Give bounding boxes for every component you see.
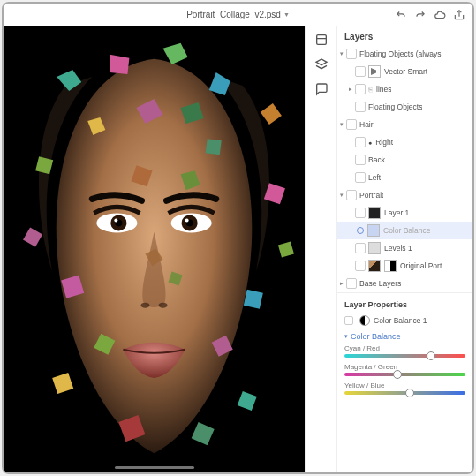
layer-levels1[interactable]: Levels 1 (337, 239, 472, 257)
layer-label: Portrait (359, 191, 383, 200)
layer-group-lines[interactable]: ▸⎘lines (337, 80, 472, 98)
chevron-down-icon[interactable]: ▾ (337, 50, 346, 57)
chevron-right-icon[interactable]: ▸ (337, 280, 346, 287)
layer-color-balance[interactable]: Color Balance (337, 222, 472, 239)
undo-icon[interactable] (395, 9, 407, 21)
slider-yellow-blue[interactable]: Yellow / Blue (337, 380, 472, 398)
slider-track[interactable] (344, 391, 465, 395)
layer-label: lines (376, 85, 391, 94)
chevron-down-icon[interactable]: ▾ (337, 121, 346, 128)
visibility-icon[interactable] (355, 102, 366, 112)
visibility-icon[interactable] (355, 84, 366, 94)
layer-thumb-icon (368, 260, 381, 272)
svg-point-8 (185, 218, 189, 222)
layer-layer1[interactable]: Layer 1 (337, 204, 472, 222)
linked-icon: ⎘ (368, 86, 373, 94)
visibility-icon[interactable] (346, 49, 357, 59)
slider-label: Magenta / Green (344, 363, 465, 371)
adjustment-row[interactable]: Color Balance 1 (337, 313, 472, 329)
adjustment-icon (359, 315, 370, 326)
chevron-down-icon: ▾ (344, 333, 348, 340)
svg-point-9 (140, 303, 149, 308)
layer-group-floating-always[interactable]: ▾Floating Objects (always (337, 45, 472, 63)
layer-label: Back (368, 155, 385, 164)
layer-label: Layer 1 (384, 208, 409, 217)
layer-thumb-icon (368, 242, 381, 254)
layer-thumb-icon (367, 224, 380, 237)
svg-point-7 (114, 218, 117, 222)
layer-vector-smart[interactable]: Vector Smart (337, 63, 472, 80)
slider-knob[interactable] (427, 351, 435, 360)
layer-group-base[interactable]: ▸Base Layers (337, 275, 472, 292)
canvas-area[interactable] (4, 26, 305, 472)
visibility-icon[interactable] (355, 172, 366, 183)
share-icon[interactable] (453, 9, 465, 21)
layers-panel: Layers ▾Floating Objects (always Vector … (336, 26, 472, 472)
slider-knob[interactable] (393, 370, 402, 379)
color-balance-section[interactable]: ▾Color Balance (337, 329, 472, 343)
layer-label: Floating Objects (368, 102, 422, 111)
slider-cyan-red[interactable]: Cyan / Red (337, 343, 472, 361)
canvas-artwork (4, 26, 305, 472)
section-title: Color Balance (351, 332, 401, 341)
layer-label: Base Layers (359, 279, 401, 288)
layer-label: Floating Objects (always (359, 49, 442, 58)
layer-original-portrait[interactable]: Original Port (337, 257, 472, 275)
adjustment-name: Color Balance 1 (374, 316, 427, 325)
slider-label: Yellow / Blue (344, 382, 465, 389)
layer-properties-title: Layer Properties (337, 293, 472, 313)
layer-properties-panel: Layer Properties Color Balance 1 ▾Color … (337, 292, 472, 398)
svg-point-10 (159, 303, 168, 308)
visibility-icon[interactable] (355, 208, 366, 218)
chevron-down-icon[interactable]: ▾ (337, 192, 346, 199)
svg-rect-11 (316, 35, 326, 45)
mask-thumb-icon (384, 260, 397, 272)
slider-track[interactable] (344, 373, 465, 376)
visibility-icon[interactable] (346, 278, 357, 289)
slider-magenta-green[interactable]: Magenta / Green (337, 361, 472, 380)
visibility-icon[interactable] (355, 137, 366, 147)
visibility-icon[interactable] (346, 190, 357, 200)
comments-icon[interactable] (314, 81, 329, 97)
bullet-icon: ● (368, 140, 372, 146)
visibility-icon[interactable] (346, 119, 357, 130)
layer-label: Vector Smart (384, 67, 427, 76)
layer-floating-objects[interactable]: Floating Objects (337, 98, 472, 116)
layer-hair-back[interactable]: Back (337, 151, 472, 169)
cloud-icon[interactable] (434, 9, 446, 21)
layer-label: Color Balance (383, 226, 430, 235)
slider-knob[interactable] (405, 389, 414, 397)
tablet-frame: Portrait_Collage_v2.psd ▼ (2, 2, 474, 474)
layer-label: Right (375, 138, 393, 147)
right-toolbar (305, 26, 336, 472)
properties-icon[interactable] (314, 32, 329, 48)
svg-marker-13 (316, 59, 327, 65)
layer-group-hair[interactable]: ▾Hair (337, 116, 472, 133)
layer-group-portrait[interactable]: ▾Portrait (337, 186, 472, 204)
layer-label: Levels 1 (384, 244, 412, 253)
visibility-icon[interactable] (355, 155, 366, 165)
layer-hair-left[interactable]: Left (337, 169, 472, 186)
visibility-icon[interactable] (355, 243, 366, 253)
document-title[interactable]: Portrait_Collage_v2.psd (186, 10, 281, 19)
redo-icon[interactable] (414, 9, 427, 21)
layer-label: Left (368, 173, 381, 182)
layer-thumb-icon (368, 207, 381, 219)
home-indicator (115, 466, 194, 469)
chevron-down-icon[interactable]: ▼ (283, 11, 290, 18)
visibility-icon[interactable] (344, 316, 353, 325)
adjustment-dot-icon (357, 227, 364, 234)
layer-hair-right[interactable]: ●Right (337, 133, 472, 151)
visibility-icon[interactable] (355, 261, 366, 271)
layers-icon[interactable] (314, 57, 329, 72)
layer-label: Original Port (400, 261, 442, 270)
chevron-right-icon[interactable]: ▸ (346, 86, 355, 93)
layer-thumb-icon (368, 65, 381, 78)
slider-label: Cyan / Red (344, 344, 465, 352)
layers-panel-title: Layers (337, 26, 472, 45)
layer-label: Hair (359, 120, 374, 129)
visibility-icon[interactable] (355, 66, 366, 77)
slider-track[interactable] (344, 354, 465, 358)
title-bar: Portrait_Collage_v2.psd ▼ (4, 4, 472, 26)
